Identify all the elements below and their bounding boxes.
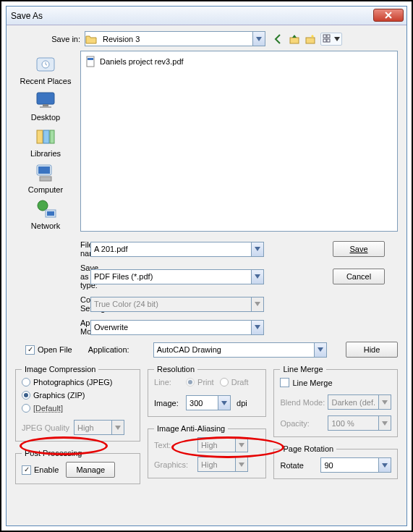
sidebar-item-label: Computer [28,185,63,194]
chevron-down-icon [334,37,340,41]
sidebar-item-label: Network [31,221,60,230]
line-merge-checkbox[interactable]: Line Merge [280,378,332,387]
chevron-down-icon [235,438,247,452]
file-list-pane[interactable]: Daniels project rev3.pdf [80,51,398,232]
sidebar-item-network[interactable]: Network [31,198,60,230]
svg-rect-13 [50,130,54,143]
resolution-group: Resolution Line: Print Draft [148,365,266,417]
pdf-file-icon [85,56,97,67]
close-button[interactable] [373,9,404,22]
chevron-down-icon[interactable] [314,343,326,357]
file-item[interactable]: Daniels project rev3.pdf [84,54,394,69]
saveastype-dropdown[interactable]: PDF Files (*.pdf) [90,269,264,284]
radio-icon [22,378,30,387]
manage-button[interactable]: Manage [66,462,115,478]
rotate-label: Rotate [280,461,315,470]
image-resolution-dropdown[interactable]: 300 [186,395,231,410]
libraries-icon [33,126,59,148]
resolution-legend: Resolution [154,365,197,373]
radio-photographics-jpeg[interactable]: Photographics (JPEG) [22,378,134,387]
checkbox-icon [25,345,35,355]
aa-text-label: Text: [154,441,192,449]
chevron-down-icon[interactable] [251,242,263,256]
filename-input[interactable]: A 201.pdf [90,242,264,257]
desktop-icon [33,90,59,111]
network-icon [33,198,59,220]
image-compression-legend: Image Compression [22,365,98,373]
sidebar-item-recent-places[interactable]: Recent Places [20,54,72,85]
chevron-down-icon[interactable] [378,458,391,472]
open-file-label: Open File [38,345,72,354]
aa-text-dropdown: High [197,437,248,452]
post-processing-group: Post Processing Enable Manage [15,449,140,484]
radio-print: Print [186,378,214,387]
back-button[interactable] [273,33,284,45]
colorsetting-value: True Color (24 bit) [91,300,251,308]
sidebar-item-computer[interactable]: Computer [28,162,63,194]
svg-rect-12 [43,130,49,143]
radio-icon [220,378,229,387]
page-rotation-group: Page Rotation Rotate 90 [273,444,398,479]
line-label: Line: [154,378,180,387]
svg-rect-16 [40,177,51,181]
jpeg-quality-dropdown: High [74,420,124,435]
chevron-down-icon [378,395,391,409]
chevron-down-icon[interactable] [251,321,263,334]
chevron-down-icon[interactable] [218,396,230,410]
appendmode-dropdown[interactable]: Overwrite [90,320,264,335]
line-merge-group: Line Merge Line Merge Blend Mode: Darken… [273,365,398,437]
window-title: Save As [11,11,43,21]
save-button[interactable]: Save [333,241,385,257]
folder-up-icon [289,33,300,45]
svg-rect-1 [306,38,315,43]
saveastype-value: PDF Files (*.pdf) [91,272,251,281]
checkbox-icon [22,465,31,475]
sidebar-item-desktop[interactable]: Desktop [31,90,60,122]
svg-rect-4 [323,39,326,42]
radio-icon [22,404,30,413]
chevron-down-icon [378,416,391,430]
view-menu-button[interactable] [320,33,342,46]
places-sidebar: Recent Places Desktop Libraries Computer [15,51,76,232]
svg-rect-15 [38,166,50,174]
page-rotation-legend: Page Rotation [280,444,336,453]
svg-rect-0 [290,38,299,43]
post-processing-legend: Post Processing [22,449,85,457]
new-folder-button[interactable] [305,33,316,45]
application-label: Application: [88,345,153,354]
svg-rect-10 [40,106,51,108]
opacity-dropdown: 100 % [328,415,391,431]
arrow-left-icon [273,33,284,45]
radio-graphics-zip[interactable]: Graphics (ZIP) [22,391,134,400]
application-dropdown[interactable]: AutoCAD Drawing [153,342,327,358]
anti-aliasing-legend: Image Anti-Aliasing [154,424,228,433]
svg-rect-8 [37,93,54,104]
rotate-dropdown[interactable]: 90 [320,457,391,473]
dpi-label: dpi [237,399,247,408]
jpeg-quality-label: JPEG Quality [22,423,69,432]
sidebar-item-libraries[interactable]: Libraries [30,126,61,158]
appendmode-label: Append Mode: [15,318,80,336]
save-in-value: Revision 3 [100,35,252,43]
opacity-label: Opacity: [280,419,325,428]
hide-button[interactable]: Hide [346,342,398,358]
svg-rect-19 [47,211,54,216]
svg-point-17 [38,200,48,211]
save-in-dropdown[interactable]: Revision 3 [85,31,265,46]
up-one-level-button[interactable] [289,33,300,45]
enable-post-processing-checkbox[interactable]: Enable [22,465,59,475]
sidebar-item-label: Recent Places [20,77,72,85]
cancel-button[interactable]: Cancel [333,269,385,284]
folder-open-icon [85,33,97,45]
open-file-checkbox[interactable]: Open File [25,345,72,355]
radio-icon [186,378,195,387]
aa-graphics-label: Graphics: [154,460,192,469]
aa-graphics-dropdown: High [197,457,248,472]
chevron-down-icon[interactable] [252,32,265,46]
svg-rect-9 [43,104,48,106]
chevron-down-icon[interactable] [251,270,263,284]
folder-new-icon [305,33,316,45]
blend-mode-dropdown: Darken (def. [328,394,391,410]
radio-default[interactable]: [Default] [22,404,134,413]
chevron-down-icon [251,297,263,311]
